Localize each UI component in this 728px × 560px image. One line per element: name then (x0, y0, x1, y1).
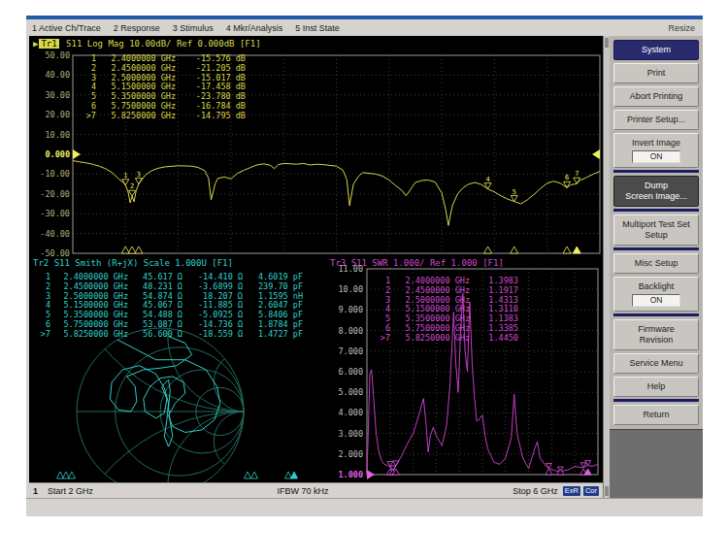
marker-freq: 2.4000000 GHz (100, 54, 176, 64)
y-tick-label: -20.00 (29, 189, 70, 199)
y-tick-label: 6.000 (328, 367, 363, 377)
marker-value: -14.795 dB (182, 112, 246, 121)
y-tick-label: 5.000 (328, 387, 363, 397)
softkey-invert-image[interactable]: Invert ImageON (613, 133, 699, 168)
marker-n: 4 (83, 82, 96, 92)
menu-bar: 1 Active Ch/Trace2 Response3 Stimulus4 M… (26, 19, 703, 36)
marker-row: 32.5000000 GHz1.4313 (377, 296, 518, 306)
softkey-panel: SystemPrintAbort PrintingPrinter Setup..… (610, 36, 703, 498)
status-badge-cor: Cor (583, 486, 599, 496)
y-tick-label: 40.00 (29, 70, 70, 80)
scroll-down-nub[interactable] (605, 486, 609, 496)
softkey-label: Multiport Test Set (615, 219, 697, 230)
softkey-separator (613, 313, 699, 316)
menu-item-1-active-ch-trace[interactable]: 1 Active Ch/Trace (32, 23, 101, 33)
trace2-marker-table: 12.4000000 GHz45.617 Ω-14.410 Ω4.6019 pF… (37, 273, 303, 340)
marker-row: >75.8250000 GHz-14.795 dB (83, 112, 246, 121)
marker-n: 4 (377, 305, 390, 314)
marker-value: -16.784 dB (182, 102, 246, 112)
softkey-label: Setup (615, 230, 697, 241)
softkey-label: Backlight (615, 281, 697, 292)
softkey-multiport-test-set-setup[interactable]: Multiport Test SetSetup (613, 214, 699, 246)
softkey-backlight[interactable]: BacklightON (613, 277, 699, 312)
marker-row: 22.4500000 GHz1.1917 (377, 286, 518, 296)
softkey-label: Print (615, 68, 697, 79)
softkey-label: Firmware (615, 324, 697, 335)
marker-freq: 2.4000000 GHz (52, 273, 128, 282)
marker-row: 45.1500000 GHz45.067 Ω-11.885 Ω2.6047 pF (37, 301, 303, 311)
trace2-title[interactable]: Tr2 S11 Smith (R+jX) Scale 1.000U [F1] (33, 257, 233, 269)
marker-value: 1.4450 (476, 334, 518, 344)
marker-freq: 2.5000000 GHz (394, 296, 470, 306)
marker-freq: 5.8250000 GHz (52, 330, 128, 340)
marker-row: 12.4000000 GHz-15.576 dB (83, 54, 246, 64)
softkey-separator (613, 209, 699, 212)
marker-cl: 2.6047 pF (247, 301, 303, 311)
softkey-misc-setup[interactable]: Misc Setup (613, 253, 699, 274)
marker-n: >7 (37, 330, 50, 340)
svg-text:4: 4 (486, 176, 490, 183)
y-tick-label: -40.00 (29, 229, 70, 239)
trace1-badge: Tr1 (39, 39, 58, 49)
marker-row: 12.4000000 GHz1.3983 (377, 277, 518, 286)
marker-n: 1 (83, 54, 96, 64)
marker-freq: 5.7500000 GHz (52, 320, 128, 330)
marker-n: 5 (37, 311, 50, 320)
ifbw-readout: IFBW 70 kHz (93, 486, 513, 496)
marker-row: 45.1500000 GHz-17.458 dB (83, 82, 246, 92)
marker-n: 3 (377, 296, 390, 306)
softkey-service-menu[interactable]: Service Menu (613, 353, 699, 374)
vna-application-window: 1 Active Ch/Trace2 Response3 Stimulus4 M… (26, 16, 703, 515)
page: { "window": { "resize_label": "Resize" }… (0, 0, 728, 560)
scroll-up-nub[interactable] (605, 38, 609, 48)
y-tick-label: -10.00 (29, 169, 70, 179)
trace1-title[interactable]: ▶Tr1 S11 Log Mag 10.00dB/ Ref 0.000dB [F… (33, 38, 261, 49)
y-tick-label: 10.00 (328, 284, 363, 294)
marker-row: 65.7500000 GHz53.087 Ω-14.736 Ω1.8784 pF (37, 320, 303, 330)
menu-item-5-inst-state[interactable]: 5 Inst State (295, 23, 340, 33)
softkey-firmware-revision[interactable]: FirmwareRevision (613, 319, 699, 350)
menu-item-3-stimulus[interactable]: 3 Stimulus (173, 23, 214, 33)
y-tick-label: 2.000 (328, 449, 363, 459)
softkey-return[interactable]: Return (613, 405, 699, 425)
softkey-label: Printer Setup... (615, 115, 697, 125)
softkey-label: Service Menu (615, 358, 697, 369)
softkey-separator (613, 247, 699, 250)
softkey-label: Dump (615, 181, 697, 191)
marker-freq: 5.3500000 GHz (52, 311, 128, 320)
marker-x: -5.0925 Ω (186, 311, 243, 320)
marker-r: 54.874 Ω (132, 292, 182, 302)
marker-row: 65.7500000 GHz1.3385 (377, 324, 518, 334)
marker-x: -3.6899 Ω (186, 282, 243, 292)
marker-row: 32.5000000 GHz54.874 Ω18.207 Ω1.1595 nH (37, 292, 303, 302)
resize-control[interactable]: Resize (668, 23, 703, 33)
marker-n: 1 (37, 273, 50, 282)
marker-n: 4 (37, 301, 50, 311)
softkey-toggle-state: ON (632, 150, 681, 163)
svg-text:3: 3 (137, 171, 141, 179)
marker-x: -11.885 Ω (186, 301, 243, 311)
trace1-title-text: S11 Log Mag 10.00dB/ Ref 0.000dB [F1] (61, 39, 261, 49)
softkey-dump-screen-image[interactable]: DumpScreen Image... (613, 176, 699, 207)
y-tick-label: 8.000 (328, 326, 363, 336)
y-tick-label: 7.000 (328, 346, 363, 356)
marker-value: -15.576 dB (182, 54, 246, 64)
softkey-label: System (615, 45, 697, 55)
y-tick-label: 0.000 (29, 149, 70, 159)
softkey-printer-setup[interactable]: Printer Setup... (613, 110, 699, 130)
menu-item-4-mkr-analysis[interactable]: 4 Mkr/Analysis (226, 23, 283, 33)
marker-row: 55.3500000 GHz1.1383 (377, 314, 518, 324)
marker-r: 45.067 Ω (132, 301, 182, 311)
softkey-label: Abort Printing (615, 91, 697, 102)
marker-n: 5 (377, 314, 390, 324)
softkey-system[interactable]: System (613, 40, 699, 60)
softkey-print[interactable]: Print (613, 63, 699, 83)
marker-value: -21.205 dB (182, 64, 246, 74)
marker-r: 48.231 Ω (132, 282, 182, 292)
softkey-help[interactable]: Help (613, 377, 699, 397)
softkey-abort-printing[interactable]: Abort Printing (613, 86, 699, 107)
marker-x: -14.410 Ω (186, 273, 243, 282)
softkey-label: Invert Image (615, 138, 697, 148)
marker-freq: 5.7500000 GHz (100, 102, 176, 112)
menu-item-2-response[interactable]: 2 Response (114, 23, 160, 33)
